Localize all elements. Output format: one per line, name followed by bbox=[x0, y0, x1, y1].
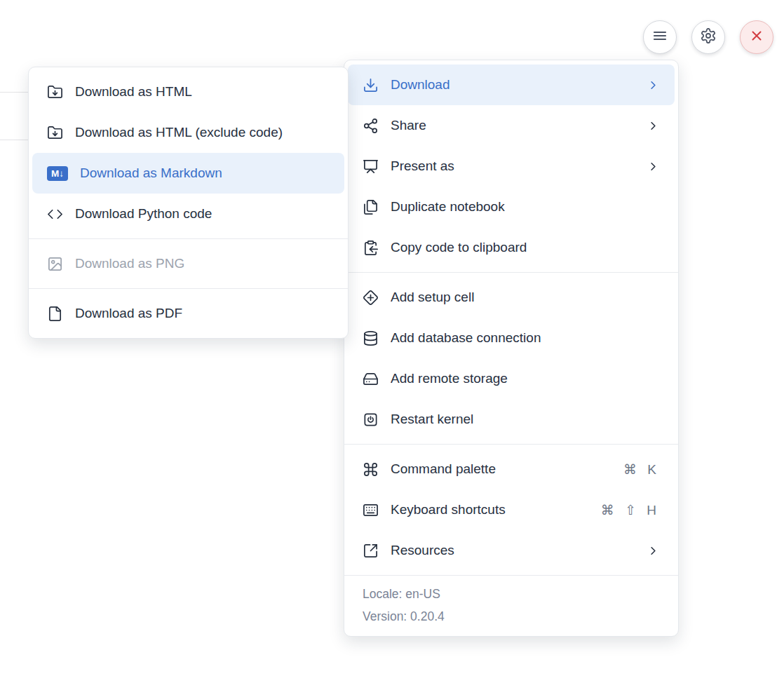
menu-item-label: Download bbox=[391, 77, 635, 93]
clipboard-arrow-icon bbox=[363, 240, 379, 256]
database-icon bbox=[363, 330, 379, 346]
settings-button[interactable] bbox=[691, 20, 725, 54]
menu-section-help: Command palette ⌘ K Keyboard shortcuts ⌘… bbox=[344, 445, 678, 575]
menu-item-label: Add setup cell bbox=[391, 290, 660, 305]
page-background-line bbox=[0, 140, 29, 140]
menu-item-label: Download as HTML bbox=[75, 84, 330, 100]
folder-down-icon bbox=[47, 125, 63, 141]
menu-item-label: Download as PDF bbox=[75, 306, 330, 321]
code-icon bbox=[47, 206, 63, 222]
chevron-right-icon bbox=[647, 544, 660, 557]
menu-item-duplicate-notebook[interactable]: Duplicate notebook bbox=[344, 187, 678, 227]
hard-drive-icon bbox=[363, 371, 379, 387]
floating-toolbar bbox=[643, 20, 773, 54]
notebook-actions-menu: Download Share Present bbox=[344, 60, 679, 637]
menu-section-export: Download Share Present bbox=[344, 60, 678, 272]
menu-item-label: Command palette bbox=[391, 461, 611, 477]
menu-item-label: Download as PNG bbox=[75, 256, 330, 271]
version-text: Version: 0.20.4 bbox=[363, 605, 660, 628]
menu-item-add-database[interactable]: Add database connection bbox=[344, 318, 678, 358]
menu-item-download-markdown[interactable]: M↓ Download as Markdown bbox=[32, 153, 344, 194]
download-submenu: Download as HTML Download as HTML (exclu… bbox=[28, 67, 349, 339]
external-link-icon bbox=[363, 543, 379, 559]
chevron-right-icon bbox=[647, 79, 660, 92]
keyboard-icon bbox=[363, 502, 379, 518]
submenu-section-png: Download as PNG bbox=[29, 239, 348, 288]
submenu-section-pdf: Download as PDF bbox=[29, 289, 348, 338]
menu-item-download-pdf[interactable]: Download as PDF bbox=[29, 293, 348, 334]
menu-item-label: Duplicate notebook bbox=[391, 199, 660, 215]
menu-item-label: Download as Markdown bbox=[80, 165, 330, 181]
chevron-right-icon bbox=[647, 119, 660, 133]
menu-item-add-remote-storage[interactable]: Add remote storage bbox=[344, 358, 678, 399]
menu-item-download-html-exclude-code[interactable]: Download as HTML (exclude code) bbox=[29, 112, 348, 153]
menu-item-copy-code[interactable]: Copy code to clipboard bbox=[344, 227, 678, 268]
menu-item-label: Share bbox=[391, 118, 635, 133]
menu-item-label: Copy code to clipboard bbox=[391, 240, 660, 255]
page-background-line bbox=[0, 92, 29, 93]
diamond-plus-icon bbox=[363, 290, 379, 306]
menu-item-label: Download Python code bbox=[75, 206, 330, 222]
shortcut-hint: ⌘ K bbox=[623, 461, 660, 478]
menu-button[interactable] bbox=[643, 20, 677, 54]
menu-item-resources[interactable]: Resources bbox=[344, 530, 678, 571]
image-icon bbox=[47, 256, 63, 272]
shortcut-hint: ⌘ ⇧ H bbox=[601, 502, 660, 518]
close-icon bbox=[748, 27, 765, 47]
menu-item-label: Resources bbox=[391, 543, 635, 558]
menu-item-add-setup-cell[interactable]: Add setup cell bbox=[344, 277, 678, 318]
locale-text: Locale: en-US bbox=[363, 583, 660, 605]
menu-item-restart-kernel[interactable]: Restart kernel bbox=[344, 399, 678, 440]
duplicate-icon bbox=[363, 199, 379, 215]
menu-item-download-png[interactable]: Download as PNG bbox=[29, 243, 348, 284]
gear-icon bbox=[700, 27, 717, 47]
hamburger-icon bbox=[651, 27, 668, 47]
close-button[interactable] bbox=[740, 20, 773, 54]
menu-item-download-python[interactable]: Download Python code bbox=[29, 194, 348, 234]
menu-item-label: Keyboard shortcuts bbox=[391, 502, 589, 518]
menu-item-command-palette[interactable]: Command palette ⌘ K bbox=[344, 449, 678, 489]
submenu-section-formats: Download as HTML Download as HTML (exclu… bbox=[29, 67, 348, 238]
menu-item-keyboard-shortcuts[interactable]: Keyboard shortcuts ⌘ ⇧ H bbox=[344, 489, 678, 530]
menu-section-notebook: Add setup cell Add database connection A… bbox=[344, 273, 678, 444]
share-icon bbox=[363, 118, 379, 134]
file-icon bbox=[47, 306, 63, 322]
download-icon bbox=[363, 77, 379, 93]
menu-item-label: Restart kernel bbox=[391, 412, 660, 427]
folder-down-icon bbox=[47, 84, 63, 100]
menu-footer: Locale: en-US Version: 0.20.4 bbox=[344, 576, 678, 636]
chevron-right-icon bbox=[647, 160, 660, 173]
power-square-icon bbox=[363, 412, 379, 428]
menu-item-label: Present as bbox=[391, 158, 635, 174]
menu-item-download[interactable]: Download bbox=[348, 65, 675, 105]
menu-item-present-as[interactable]: Present as bbox=[344, 146, 678, 187]
markdown-badge-icon: M↓ bbox=[47, 166, 68, 181]
menu-item-label: Add database connection bbox=[391, 330, 660, 346]
menu-item-download-html[interactable]: Download as HTML bbox=[29, 72, 348, 112]
menu-item-label: Add remote storage bbox=[391, 371, 660, 386]
presentation-icon bbox=[363, 158, 379, 175]
menu-item-label: Download as HTML (exclude code) bbox=[75, 125, 330, 140]
menu-item-share[interactable]: Share bbox=[344, 105, 678, 146]
command-icon bbox=[363, 461, 379, 478]
